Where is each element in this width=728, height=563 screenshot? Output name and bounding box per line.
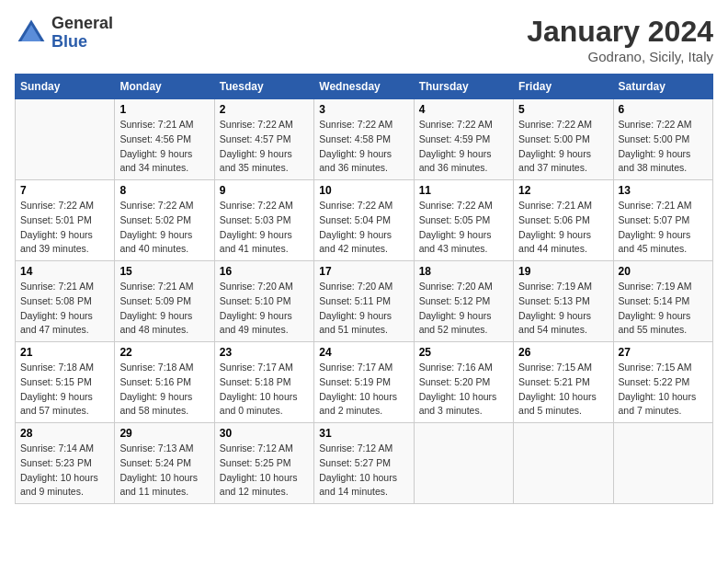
sunset-text: Sunset: 5:03 PM [220,213,309,228]
sunset-text: Sunset: 5:20 PM [419,375,508,390]
day-info: Sunrise: 7:15 AM Sunset: 5:21 PM Dayligh… [518,361,608,419]
day-info: Sunrise: 7:12 AM Sunset: 5:25 PM Dayligh… [220,442,309,500]
day-info: Sunrise: 7:17 AM Sunset: 5:18 PM Dayligh… [220,361,309,419]
calendar-cell: 25 Sunrise: 7:16 AM Sunset: 5:20 PM Dayl… [414,342,513,423]
day-number: 24 [319,346,408,359]
day-number: 1 [119,103,209,116]
sunrise-text: Sunrise: 7:12 AM [220,442,309,456]
daylight-text: Daylight: 9 hours and 55 minutes. [619,309,708,339]
sunrise-text: Sunrise: 7:21 AM [119,118,209,132]
calendar-week-row: 7 Sunrise: 7:22 AM Sunset: 5:01 PM Dayli… [16,180,713,261]
day-info: Sunrise: 7:22 AM Sunset: 4:57 PM Dayligh… [220,118,309,176]
daylight-text: Daylight: 9 hours and 40 minutes. [119,228,209,258]
sunrise-text: Sunrise: 7:19 AM [619,280,708,294]
daylight-text: Daylight: 10 hours and 3 minutes. [419,390,508,419]
sunset-text: Sunset: 5:05 PM [419,213,508,228]
calendar-cell: 19 Sunrise: 7:19 AM Sunset: 5:13 PM Dayl… [514,261,613,342]
calendar-week-row: 28 Sunrise: 7:14 AM Sunset: 5:23 PM Dayl… [16,423,713,504]
day-info: Sunrise: 7:15 AM Sunset: 5:22 PM Dayligh… [619,361,708,419]
sunrise-text: Sunrise: 7:15 AM [619,361,708,375]
day-number: 17 [319,265,408,278]
calendar-cell: 20 Sunrise: 7:19 AM Sunset: 5:14 PM Dayl… [613,261,712,342]
sunset-text: Sunset: 5:01 PM [20,213,109,228]
sunrise-text: Sunrise: 7:21 AM [119,280,209,294]
sunset-text: Sunset: 5:18 PM [220,375,309,390]
calendar-cell: 7 Sunrise: 7:22 AM Sunset: 5:01 PM Dayli… [16,180,115,261]
daylight-text: Daylight: 9 hours and 37 minutes. [518,147,608,177]
sunset-text: Sunset: 5:13 PM [518,294,608,309]
calendar-cell: 26 Sunrise: 7:15 AM Sunset: 5:21 PM Dayl… [514,342,613,423]
sunrise-text: Sunrise: 7:20 AM [319,280,408,294]
calendar-cell: 14 Sunrise: 7:21 AM Sunset: 5:08 PM Dayl… [16,261,115,342]
day-info: Sunrise: 7:19 AM Sunset: 5:14 PM Dayligh… [619,280,708,338]
logo-blue: Blue [51,33,113,52]
day-info: Sunrise: 7:22 AM Sunset: 5:00 PM Dayligh… [518,118,608,176]
daylight-text: Daylight: 10 hours and 5 minutes. [518,390,608,419]
daylight-text: Daylight: 9 hours and 36 minutes. [419,147,508,177]
sunset-text: Sunset: 4:59 PM [419,132,508,147]
title-block: January 2024 Godrano, Sicily, Italy [527,15,713,64]
daylight-text: Daylight: 9 hours and 44 minutes. [518,228,608,258]
sunset-text: Sunset: 5:00 PM [518,132,608,147]
calendar-cell: 22 Sunrise: 7:18 AM Sunset: 5:16 PM Dayl… [115,342,214,423]
day-number: 27 [619,346,708,359]
calendar-cell: 4 Sunrise: 7:22 AM Sunset: 4:59 PM Dayli… [414,99,513,180]
day-number: 6 [619,103,708,116]
weekday-header: Saturday [613,75,712,99]
day-number: 11 [419,184,508,197]
sunrise-text: Sunrise: 7:17 AM [220,361,309,375]
day-number: 19 [518,265,608,278]
day-number: 2 [220,103,309,116]
weekday-header: Wednesday [314,75,414,99]
day-number: 29 [119,427,209,440]
calendar-cell [414,423,513,504]
weekday-header: Monday [115,75,214,99]
calendar-title: January 2024 [527,15,713,49]
sunrise-text: Sunrise: 7:18 AM [20,361,109,375]
calendar-cell [613,423,712,504]
calendar-subtitle: Godrano, Sicily, Italy [527,49,713,64]
day-info: Sunrise: 7:20 AM Sunset: 5:12 PM Dayligh… [419,280,508,338]
day-number: 28 [20,427,109,440]
day-number: 13 [619,184,708,197]
calendar-cell: 11 Sunrise: 7:22 AM Sunset: 5:05 PM Dayl… [414,180,513,261]
logo-icon [15,17,48,50]
day-number: 9 [220,184,309,197]
sunset-text: Sunset: 5:21 PM [518,375,608,390]
sunrise-text: Sunrise: 7:17 AM [319,361,408,375]
day-info: Sunrise: 7:12 AM Sunset: 5:27 PM Dayligh… [319,442,408,500]
day-number: 20 [619,265,708,278]
day-info: Sunrise: 7:18 AM Sunset: 5:15 PM Dayligh… [20,361,109,419]
sunrise-text: Sunrise: 7:22 AM [119,199,209,213]
sunrise-text: Sunrise: 7:13 AM [119,442,209,456]
sunrise-text: Sunrise: 7:22 AM [419,199,508,213]
sunset-text: Sunset: 5:07 PM [619,213,708,228]
sunset-text: Sunset: 5:24 PM [119,456,209,471]
sunset-text: Sunset: 5:15 PM [20,375,109,390]
daylight-text: Daylight: 9 hours and 39 minutes. [20,228,109,258]
daylight-text: Daylight: 9 hours and 54 minutes. [518,309,608,339]
day-info: Sunrise: 7:22 AM Sunset: 5:05 PM Dayligh… [419,199,508,257]
daylight-text: Daylight: 10 hours and 14 minutes. [319,471,408,500]
daylight-text: Daylight: 9 hours and 35 minutes. [220,147,309,177]
day-number: 21 [20,346,109,359]
calendar-cell: 29 Sunrise: 7:13 AM Sunset: 5:24 PM Dayl… [115,423,214,504]
sunrise-text: Sunrise: 7:22 AM [518,118,608,132]
day-info: Sunrise: 7:21 AM Sunset: 5:07 PM Dayligh… [619,199,708,257]
daylight-text: Daylight: 9 hours and 38 minutes. [619,147,708,177]
calendar-cell [16,99,115,180]
sunset-text: Sunset: 5:22 PM [619,375,708,390]
sunrise-text: Sunrise: 7:20 AM [220,280,309,294]
daylight-text: Daylight: 9 hours and 43 minutes. [419,228,508,258]
calendar-cell: 17 Sunrise: 7:20 AM Sunset: 5:11 PM Dayl… [314,261,414,342]
daylight-text: Daylight: 10 hours and 9 minutes. [20,471,109,500]
calendar-cell: 13 Sunrise: 7:21 AM Sunset: 5:07 PM Dayl… [613,180,712,261]
day-number: 26 [518,346,608,359]
calendar-cell: 16 Sunrise: 7:20 AM Sunset: 5:10 PM Dayl… [214,261,313,342]
day-number: 16 [220,265,309,278]
sunrise-text: Sunrise: 7:14 AM [20,442,109,456]
daylight-text: Daylight: 10 hours and 7 minutes. [619,390,708,419]
sunset-text: Sunset: 5:06 PM [518,213,608,228]
day-info: Sunrise: 7:22 AM Sunset: 5:01 PM Dayligh… [20,199,109,257]
calendar-cell: 27 Sunrise: 7:15 AM Sunset: 5:22 PM Dayl… [613,342,712,423]
